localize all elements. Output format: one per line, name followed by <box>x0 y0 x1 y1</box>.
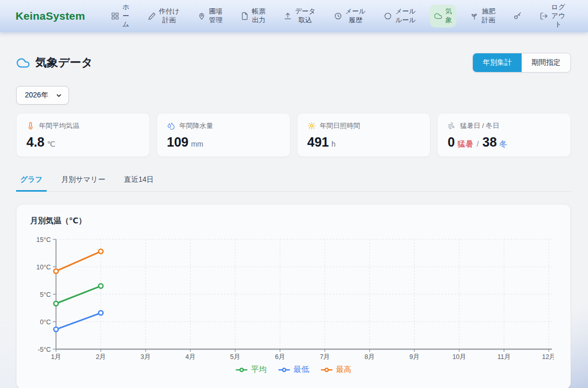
separator: / <box>477 139 479 148</box>
chart-series-最低 <box>54 311 103 332</box>
chart-legend: 平均 最低 最高 <box>30 365 557 375</box>
svg-text:11月: 11月 <box>497 353 510 361</box>
chart-axes <box>53 239 552 352</box>
sun-icon <box>307 122 316 130</box>
monthly-temperature-chart-card: 月別気温（℃） 15°C10°C5°C0°C-5°C1月2月3月4月5月6月7月… <box>16 204 571 388</box>
cloud-icon <box>434 12 442 20</box>
stat-value-cold-days: 38 <box>482 135 497 150</box>
stat-unit: h <box>331 140 335 148</box>
nav-item-planting-plan[interactable]: 作付け 計画 <box>144 5 184 27</box>
legend-item-average[interactable]: 平均 <box>235 365 267 375</box>
svg-text:8月: 8月 <box>365 353 374 361</box>
svg-text:2月: 2月 <box>96 353 106 361</box>
chart-gridlines <box>56 239 552 349</box>
line-marker-icon <box>278 367 290 373</box>
nav-item-label: メール ルール <box>395 7 416 25</box>
tab-graph[interactable]: グラフ <box>16 171 47 192</box>
content-tabs: グラフ 月別サマリー 直近14日 <box>16 171 571 192</box>
stat-value-hot-days: 0 <box>447 135 455 150</box>
svg-text:5月: 5月 <box>230 353 240 361</box>
page-title: 気象データ <box>35 55 93 70</box>
svg-text:4月: 4月 <box>185 353 195 361</box>
nav-item-label: メール 履歴 <box>345 7 366 25</box>
nav-item-label: 施肥 計画 <box>482 7 495 25</box>
main-nav: ホ ー ム 作付け 計画 圃場 管理 帳票 出力 データ 取込 メール 履歴 メ… <box>107 1 569 32</box>
dashboard-icon <box>111 12 119 20</box>
line-marker-icon <box>320 367 333 373</box>
stat-card-extreme-days: 猛暑日 / 冬日 0 猛暑 / 38 冬 <box>437 113 571 157</box>
chevron-down-icon <box>55 92 62 99</box>
stat-label: 猛暑日 / 冬日 <box>460 121 499 131</box>
legend-item-max[interactable]: 最高 <box>320 365 352 375</box>
sprout-icon <box>470 12 479 20</box>
svg-text:9月: 9月 <box>409 353 419 361</box>
upload-icon <box>284 12 292 20</box>
nav-item-label: 帳票 出力 <box>252 7 265 25</box>
year-select-value: 2026年 <box>25 91 48 100</box>
svg-text:3月: 3月 <box>141 353 150 361</box>
app-header: KeinaSystem ホ ー ム 作付け 計画 圃場 管理 帳票 出力 データ… <box>0 0 588 32</box>
nav-item-logout[interactable]: ログ アウ ト <box>536 1 569 32</box>
data-point <box>99 249 103 254</box>
stat-label: 年間降水量 <box>179 121 213 131</box>
cloud-icon <box>16 56 30 70</box>
legend-item-min[interactable]: 最低 <box>278 365 309 375</box>
stat-label: 年間平均気温 <box>39 121 79 131</box>
nav-item-fertilizer-plan[interactable]: 施肥 計画 <box>466 5 499 27</box>
circle-icon <box>384 12 392 20</box>
toggle-yearly-summary[interactable]: 年別集計 <box>473 53 522 72</box>
svg-text:10月: 10月 <box>452 353 466 361</box>
nav-item-report-output[interactable]: 帳票 出力 <box>236 5 270 27</box>
cold-days-label: 冬 <box>499 139 507 149</box>
stat-value: 109 <box>167 135 189 150</box>
data-point <box>99 311 103 315</box>
stats-row: 年間平均気温 4.8 ℃ 年間降水量 109 mm 年間日照時間 4 <box>16 113 571 157</box>
stat-value: 491 <box>307 135 329 150</box>
weather-page: 気象データ 年別集計 期間指定 2026年 年間平均気温 4.8 ℃ <box>0 53 588 388</box>
nav-item-label: 作付け 計画 <box>159 7 179 25</box>
nav-item-label: 気 象 <box>445 7 452 25</box>
svg-text:7月: 7月 <box>320 353 330 361</box>
svg-text:1月: 1月 <box>51 353 61 361</box>
logout-icon <box>540 12 548 20</box>
line-marker-icon <box>235 367 248 373</box>
legend-label: 最低 <box>293 365 309 375</box>
nav-item-weather[interactable]: 気 象 <box>430 5 456 27</box>
wind-icon <box>447 122 456 130</box>
legend-label: 平均 <box>251 365 267 375</box>
chart-title: 月別気温（℃） <box>30 216 557 226</box>
stat-value: 4.8 <box>26 135 45 150</box>
legend-label: 最高 <box>336 365 352 375</box>
thermometer-icon <box>26 122 35 130</box>
nav-item-data-import[interactable]: データ 取込 <box>279 5 320 27</box>
tab-monthly-summary[interactable]: 月別サマリー <box>57 171 109 192</box>
droplets-icon <box>167 122 175 130</box>
year-select[interactable]: 2026年 <box>16 86 69 105</box>
nav-item-home[interactable]: ホ ー ム <box>107 1 133 32</box>
pencil-icon <box>148 12 156 20</box>
brand-logo[interactable]: KeinaSystem <box>16 10 85 22</box>
nav-item-field-management[interactable]: 圃場 管理 <box>193 5 227 27</box>
nav-item-mail-rules[interactable]: メール ルール <box>380 5 420 27</box>
stat-card-avg-temp: 年間平均気温 4.8 ℃ <box>16 113 150 157</box>
nav-item-label: ホ ー ム <box>122 3 129 30</box>
history-icon <box>334 12 342 20</box>
svg-text:15°C: 15°C <box>36 236 51 243</box>
data-point <box>54 269 59 274</box>
svg-text:6月: 6月 <box>275 353 285 361</box>
svg-text:-5°C: -5°C <box>38 346 51 353</box>
nav-item-label: データ 取込 <box>295 7 316 25</box>
svg-text:5°C: 5°C <box>40 291 51 298</box>
nav-item-mail-history[interactable]: メール 履歴 <box>330 5 370 27</box>
map-pin-icon <box>198 12 206 20</box>
aggregation-mode-toggle: 年別集計 期間指定 <box>472 53 571 73</box>
stat-card-precipitation: 年間降水量 109 mm <box>157 113 290 157</box>
nav-item-password[interactable] <box>509 9 526 23</box>
data-point <box>99 284 103 289</box>
svg-text:12月: 12月 <box>542 353 554 361</box>
tab-recent-14days[interactable]: 直近14日 <box>120 171 158 192</box>
monthly-temperature-chart: 15°C10°C5°C0°C-5°C1月2月3月4月5月6月7月8月9月10月1… <box>30 232 554 362</box>
toggle-period-select[interactable]: 期間指定 <box>522 53 570 72</box>
stat-label: 年間日照時間 <box>320 121 360 131</box>
stat-unit: mm <box>191 140 203 148</box>
